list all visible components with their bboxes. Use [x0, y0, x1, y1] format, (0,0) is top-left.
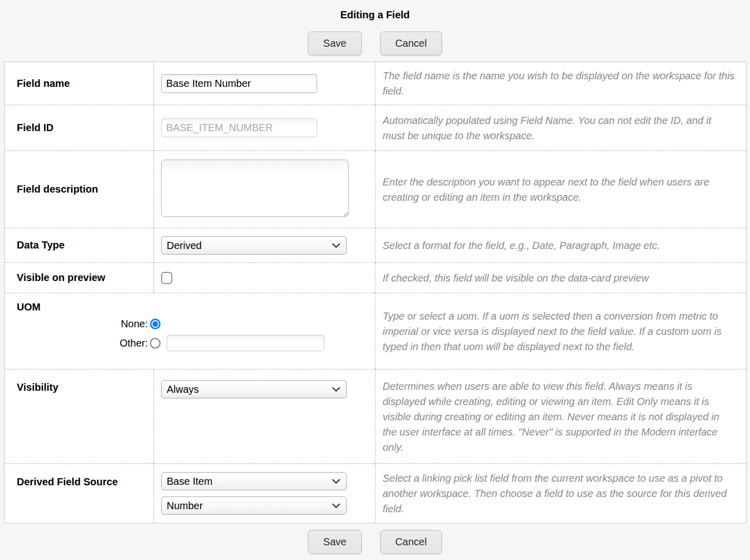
visible-on-preview-checkbox[interactable] — [161, 272, 172, 284]
field-name-label: Field name — [5, 62, 154, 105]
top-button-row: Save Cancel — [0, 32, 750, 55]
visibility-label: Visibility — [5, 369, 154, 464]
uom-other-label: Other: — [17, 337, 150, 349]
field-editor-table: Field name The field name is the name yo… — [4, 61, 746, 523]
visibility-description: Determines when users are able to view t… — [376, 369, 746, 464]
uom-none-label: None: — [17, 318, 150, 330]
uom-description: Type or select a uom. If a uom is select… — [376, 293, 746, 369]
derived-source-field-select[interactable]: Number — [161, 496, 347, 515]
page-title: Editing a Field — [0, 0, 750, 21]
uom-none-radio[interactable] — [150, 319, 161, 329]
visible-on-preview-description: If checked, this field will be visible o… — [376, 263, 746, 293]
visibility-select[interactable]: Always — [161, 380, 347, 398]
data-type-select[interactable]: Derived — [161, 236, 347, 255]
uom-other-radio[interactable] — [150, 338, 161, 349]
row-data-type: Data Type Derived Select a format for th… — [5, 228, 746, 263]
uom-other-input[interactable] — [167, 335, 324, 351]
field-description-textarea[interactable] — [161, 160, 349, 217]
row-visibility: Visibility Always Determines when users … — [5, 369, 746, 464]
row-visible-on-preview: Visible on preview If checked, this fiel… — [5, 263, 746, 293]
derived-field-source-description: Select a linking pick list field from th… — [376, 464, 746, 523]
row-field-description: Field description Enter the description … — [5, 151, 746, 228]
field-id-input — [161, 118, 317, 137]
uom-none-option: None: — [17, 318, 375, 330]
field-description-label: Field description — [5, 151, 154, 228]
field-name-input[interactable] — [161, 74, 317, 93]
field-id-label: Field ID — [5, 105, 154, 151]
row-uom: UOM None: Other: Type or select a uom. I… — [5, 293, 746, 369]
row-field-id: Field ID Automatically populated using F… — [5, 105, 746, 151]
row-derived-field-source: Derived Field Source Base Item Number — [5, 464, 746, 523]
uom-label: UOM — [17, 301, 375, 313]
cancel-button[interactable]: Cancel — [380, 530, 442, 554]
save-button[interactable]: Save — [308, 32, 362, 55]
bottom-button-row: Save Cancel — [0, 530, 750, 554]
row-field-name: Field name The field name is the name yo… — [5, 62, 746, 105]
data-type-label: Data Type — [5, 228, 154, 263]
field-name-description: The field name is the name you wish to b… — [376, 62, 746, 105]
field-id-description: Automatically populated using Field Name… — [376, 105, 746, 151]
derived-field-source-label: Derived Field Source — [5, 464, 154, 523]
visible-on-preview-label: Visible on preview — [5, 263, 154, 293]
save-button[interactable]: Save — [308, 530, 362, 554]
uom-other-option: Other: — [17, 335, 375, 351]
field-description-description: Enter the description you want to appear… — [376, 151, 746, 228]
edit-field-page: Editing a Field Save Cancel Field name T… — [0, 0, 750, 560]
data-type-description: Select a format for the field, e.g., Dat… — [376, 228, 746, 263]
derived-pivot-field-select[interactable]: Base Item — [161, 472, 347, 490]
cancel-button[interactable]: Cancel — [380, 32, 442, 55]
